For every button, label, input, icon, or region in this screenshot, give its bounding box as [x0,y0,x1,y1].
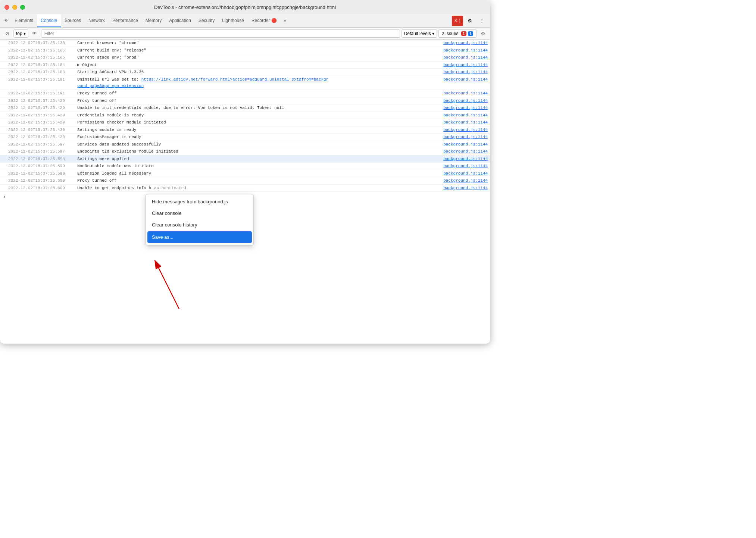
eye-icon: 👁 [32,31,37,36]
settings-icon-tab: ⚙ [468,18,472,24]
log-line: 2022-12-02T15:37:25.165 Current build en… [0,47,490,54]
settings-button-tab[interactable]: ⚙ [465,16,475,26]
tabbar: ⌖ Elements Console Sources Network Perfo… [0,14,490,28]
log-line: 2022-12-02T15:37:25.597 Services data up… [0,141,490,148]
maximize-button[interactable] [20,5,25,10]
log-line: 2022-12-02T15:37:25.184 ▶ Object backgro… [0,62,490,69]
clear-console-button[interactable]: ⊘ [2,29,12,38]
tab-more[interactable]: » [281,14,289,27]
tab-performance[interactable]: Performance [109,14,142,27]
log-line: 2022-12-02T15:37:25.429 Credentials modu… [0,112,490,119]
filter-input[interactable] [41,29,400,38]
log-line: 2022-12-02T15:37:25.429 Proxy turned off… [0,97,490,105]
log-line: 2022-12-02T15:37:25.191 Proxy turned off… [0,90,490,97]
console-settings-icon: ⚙ [481,31,485,37]
log-line: 2022-12-02T15:37:25.133 Current browser:… [0,40,490,47]
tab-inspect[interactable]: ⌖ [1,14,11,27]
tab-application[interactable]: Application [165,14,195,27]
tab-recorder[interactable]: Recorder 🔴 [248,14,281,27]
levels-dropdown-icon: ▾ [432,31,434,36]
tab-lighthouse[interactable]: Lighthouse [218,14,248,27]
devtools-window: DevTools - chrome-extension://hhdobjgopf… [0,0,490,344]
log-line: 2022-12-02T15:37:25.597 Endpoints tld ex… [0,148,490,156]
issues-badge[interactable]: 2 Issues: 1 1 [438,29,477,38]
log-line: 2022-12-02T15:37:25.600 Unable to get en… [0,185,490,192]
log-line: 2022-12-02T15:37:25.429 Permissions chec… [0,119,490,126]
log-line-highlighted: 2022-12-02T15:37:25.598 Settings were ap… [0,156,490,163]
more-button-tab[interactable]: ⋮ [477,16,487,26]
tab-sources[interactable]: Sources [61,14,85,27]
titlebar: DevTools - chrome-extension://hhdobjgopf… [0,0,490,14]
log-line: 2022-12-02T15:37:25.429 Unable to init c… [0,104,490,112]
context-menu: Hide messages from background.js Clear c… [146,194,254,245]
error-badge-tab[interactable]: ✕ 1 [452,16,463,26]
log-line: 2022-12-02T15:37:25.188 Starting AdGuard… [0,69,490,76]
console-content[interactable]: 2022-12-02T15:37:25.133 Current browser:… [0,40,490,344]
console-settings-button[interactable]: ⚙ [478,29,488,38]
window-title: DevTools - chrome-extension://hhdobjgopf… [154,4,336,10]
log-line: 2022-12-02T15:37:25.430 Settings module … [0,126,490,134]
dropdown-icon: ▾ [24,31,26,36]
tab-memory[interactable]: Memory [142,14,165,27]
context-menu-hide-messages[interactable]: Hide messages from background.js [146,196,253,207]
eye-button[interactable]: 👁 [30,29,40,38]
context-menu-clear-history[interactable]: Clear console history [146,219,253,231]
issues-error-count: 1 [461,31,466,36]
close-button[interactable] [4,5,9,10]
uninstall-url-link-cont[interactable]: ound_page&app=vpn_extension [77,84,144,88]
clear-icon: ⊘ [5,31,9,36]
log-line: 2022-12-02T15:37:25.599 NonRoutable modu… [0,163,490,170]
default-levels-selector[interactable]: Default levels ▾ [402,29,437,38]
log-line: 2022-12-02T15:37:25.600 Proxy turned off… [0,177,490,185]
log-line: 2022-12-02T15:37:25.430 ExclusionsManage… [0,134,490,141]
traffic-lights [4,5,25,10]
expand-object-icon[interactable]: ▶ [77,63,80,67]
context-menu-save-as[interactable]: Save as... [147,231,252,243]
console-toolbar: ⊘ top ▾ 👁 Default levels ▾ 2 Issues: 1 1… [0,28,490,40]
uninstall-url-link[interactable]: https://link.adtidy.net/forward.html?act… [141,77,329,82]
more-icon-tab: ⋮ [479,18,484,24]
tab-right-actions: ✕ 1 ⚙ ⋮ [452,14,488,27]
issues-info-count: 1 [468,31,473,36]
context-menu-clear-console[interactable]: Clear console [146,207,253,219]
tab-security[interactable]: Security [195,14,218,27]
tab-network[interactable]: Network [85,14,109,27]
tab-console[interactable]: Console [37,14,61,27]
minimize-button[interactable] [12,5,17,10]
context-selector[interactable]: top ▾ [13,29,28,38]
tab-elements[interactable]: Elements [11,14,37,27]
error-icon-tab: ✕ [454,18,457,23]
log-line-multirow: 2022-12-02T15:37:25.191 Uninstall url wa… [0,76,490,90]
console-prompt-icon: › [3,193,6,201]
log-line: 2022-12-02T15:37:25.599 Extension loaded… [0,170,490,178]
log-line: 2022-12-02T15:37:25.165 Current stage en… [0,54,490,62]
main-area: ⌖ Elements Console Sources Network Perfo… [0,14,490,344]
